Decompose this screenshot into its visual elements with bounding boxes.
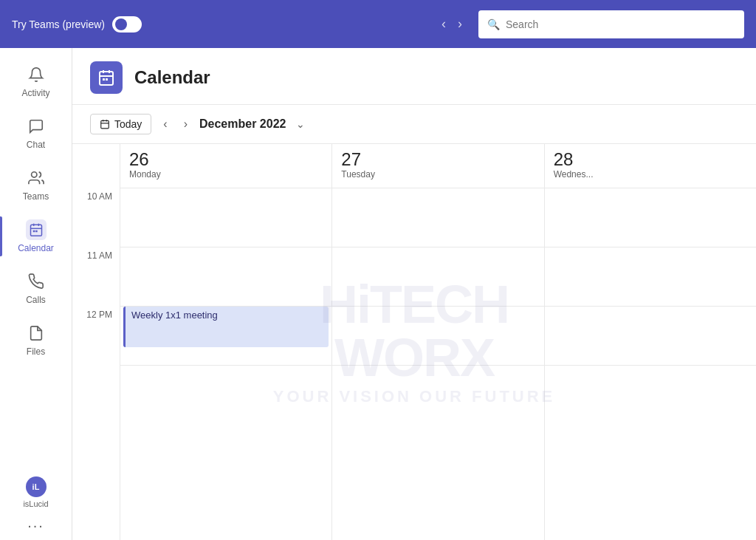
svg-rect-13 [101,120,109,129]
calendar-toolbar: Today ‹ › December 2022 ⌄ [72,105,756,144]
sidebar-activity-label: Activity [21,88,49,98]
search-box[interactable]: 🔍 [478,10,744,38]
sidebar-item-chat[interactable]: Chat [0,107,72,159]
page-title: Calendar [134,67,210,88]
day-number-27: 27 [341,150,361,169]
meeting-title: Weekly 1x1 meeting [131,310,218,321]
search-input[interactable] [506,18,735,30]
today-label: Today [114,118,142,130]
chat-icon [26,116,47,137]
today-icon [100,119,110,129]
try-teams-toggle[interactable] [112,16,142,33]
day-name-26: Monday [129,169,161,180]
day-col-26: 26 Monday Weekly 1x1 meeting [120,144,332,540]
try-teams-label: Try Teams (preview) [12,18,105,30]
day-slots-27[interactable] [332,188,543,540]
day-number-28: 28 [554,150,574,169]
svg-rect-5 [32,230,35,233]
day-header-28: 28 Wednes... [545,144,756,188]
hour-line [545,188,756,247]
toggle-knob [115,18,127,30]
app-body: Activity Chat Teams [0,48,756,540]
cal-prev-button[interactable]: ‹ [159,115,171,134]
nav-back-button[interactable]: ‹ [437,13,450,35]
calendar-grid: HiTECHWORX YOUR VISION OUR FUTURE 10 AM … [72,144,756,540]
teams-icon [26,168,47,188]
sidebar-item-calendar[interactable]: Calendar [0,211,72,262]
hour-line [332,247,543,307]
sidebar-user[interactable]: iL isLucid [23,476,48,508]
today-button[interactable]: Today [90,114,151,134]
sidebar: Activity Chat Teams [0,48,72,540]
topbar-left: Try Teams (preview) [12,16,425,33]
main-content: Calendar Today ‹ › December 2022 ⌄ Hi [72,48,756,540]
day-header-26: 26 Monday [120,144,331,188]
time-slot-10am: 10 AM [72,188,120,247]
time-slot-12pm: 12 PM [72,307,120,366]
sidebar-item-activity[interactable]: Activity [0,55,72,107]
user-initials: iL [32,482,40,491]
sidebar-calls-label: Calls [26,295,46,305]
nav-forward-button[interactable]: › [453,13,467,35]
user-label: isLucid [23,499,48,508]
day-name-27: Tuesday [341,169,375,180]
hour-line [332,307,543,366]
hour-line [120,188,331,247]
calls-icon [26,271,47,292]
sidebar-item-calls[interactable]: Calls [0,262,72,314]
svg-rect-12 [106,78,108,81]
svg-point-0 [31,172,36,177]
more-button[interactable]: ... [27,514,44,531]
hour-line [120,247,331,307]
month-label: December 2022 [199,117,286,131]
day-header-27: 27 Tuesday [332,144,543,188]
calendar-page-icon [90,61,123,94]
day-col-27: 27 Tuesday [332,144,544,540]
sidebar-chat-label: Chat [27,140,45,150]
files-icon [26,323,47,344]
time-column: 10 AM 11 AM 12 PM [72,144,120,540]
day-slots-28[interactable] [545,188,756,540]
time-slot-11am: 11 AM [72,247,120,307]
sidebar-teams-label: Teams [23,191,49,202]
hour-line [545,247,756,307]
month-chevron-button[interactable]: ⌄ [293,117,308,131]
nav-arrows: ‹ › [437,13,467,35]
sidebar-item-files[interactable]: Files [0,314,72,366]
cal-next-button[interactable]: › [179,115,192,134]
hour-line [332,188,543,247]
activity-icon [26,64,47,85]
days-container: 26 Monday Weekly 1x1 meeting [120,144,756,540]
calendar-page-header: Calendar [72,48,756,105]
calendar-nav-icon [26,219,47,240]
day-slots-26[interactable]: Weekly 1x1 meeting [120,188,331,540]
day-col-28: 28 Wednes... [545,144,756,540]
sidebar-item-teams[interactable]: Teams [0,159,72,211]
meeting-block-weekly[interactable]: Weekly 1x1 meeting [123,307,329,347]
svg-rect-6 [35,230,38,233]
hour-line [545,307,756,366]
day-number-26: 26 [129,150,149,169]
svg-rect-11 [103,78,105,81]
topbar: Try Teams (preview) ‹ › 🔍 [0,0,756,48]
day-name-28: Wednes... [554,169,594,180]
sidebar-files-label: Files [27,346,45,357]
search-icon: 🔍 [487,18,500,30]
sidebar-calendar-label: Calendar [18,243,54,253]
avatar: iL [26,476,47,497]
